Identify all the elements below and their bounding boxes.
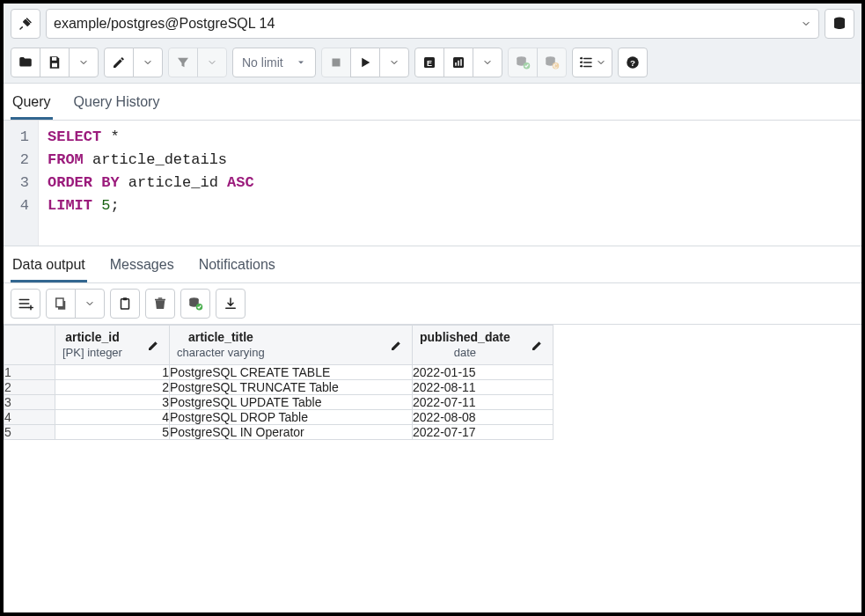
table-row[interactable]: 33PostgreSQL UPDATE Table2022-07-11 bbox=[4, 395, 553, 410]
row-limit-label: No limit bbox=[242, 55, 283, 70]
edit-dropdown-button[interactable] bbox=[133, 48, 163, 77]
stop-button[interactable] bbox=[321, 48, 351, 77]
cell-article-title[interactable]: PostgreSQL TRUNCATE Table bbox=[170, 380, 413, 395]
pencil-icon bbox=[111, 55, 127, 70]
keyword: ORDER BY bbox=[48, 174, 120, 191]
commit-button[interactable] bbox=[508, 48, 538, 77]
row-limit-selector[interactable]: No limit bbox=[232, 48, 316, 77]
delete-button[interactable] bbox=[145, 289, 175, 319]
data-grid[interactable]: article_id [PK] integer article_title c bbox=[4, 325, 861, 440]
code-body[interactable]: SELECT *FROM article_detailsORDER BY art… bbox=[39, 121, 861, 246]
pencil-icon[interactable] bbox=[146, 337, 162, 353]
cell-article-title[interactable]: PostgreSQL CREATE TABLE bbox=[170, 365, 413, 380]
table-row[interactable]: 44PostgreSQL DROP Table2022-08-08 bbox=[4, 410, 553, 425]
editor-area: Query Query History 1 2 3 4 SELECT *FROM… bbox=[4, 83, 861, 246]
help-icon: ? bbox=[625, 55, 641, 70]
cell-article-id[interactable]: 3 bbox=[55, 395, 170, 410]
connection-selector[interactable]: example/postgres@PostgreSQL 14 bbox=[46, 9, 819, 39]
row-number[interactable]: 3 bbox=[4, 395, 55, 410]
download-button[interactable] bbox=[216, 289, 246, 319]
plug-icon bbox=[18, 16, 33, 32]
cell-published-date[interactable]: 2022-07-17 bbox=[413, 425, 553, 440]
keyword: FROM bbox=[48, 151, 84, 168]
save-dropdown-button[interactable] bbox=[69, 48, 99, 77]
tab-data-output[interactable]: Data output bbox=[11, 252, 87, 282]
explain-dropdown-button[interactable] bbox=[473, 48, 502, 77]
line-number: 1 bbox=[9, 126, 29, 149]
cell-published-date[interactable]: 2022-08-08 bbox=[413, 410, 553, 425]
column-header[interactable]: published_date date bbox=[413, 326, 553, 365]
open-file-button[interactable] bbox=[11, 48, 40, 77]
header-row: article_id [PK] integer article_title c bbox=[4, 326, 553, 365]
rollback-button[interactable] bbox=[537, 48, 567, 77]
row-number[interactable]: 4 bbox=[4, 410, 55, 425]
main-toolbar: No limit bbox=[4, 44, 861, 83]
save-data-button[interactable] bbox=[180, 289, 210, 319]
database-check-icon bbox=[515, 55, 531, 70]
cell-article-id[interactable]: 2 bbox=[55, 380, 170, 395]
column-header[interactable]: article_id [PK] integer bbox=[55, 326, 170, 365]
connection-bar: example/postgres@PostgreSQL 14 bbox=[4, 4, 861, 44]
cell-article-id[interactable]: 4 bbox=[55, 410, 170, 425]
column-type: [PK] integer bbox=[62, 345, 122, 361]
code-text: ; bbox=[110, 197, 119, 214]
cell-article-title[interactable]: PostgreSQL DROP Table bbox=[170, 410, 413, 425]
help-button[interactable]: ? bbox=[618, 48, 648, 77]
tab-query-history[interactable]: Query History bbox=[72, 89, 162, 120]
execute-button[interactable] bbox=[350, 48, 380, 77]
cell-article-id[interactable]: 1 bbox=[55, 365, 170, 380]
connection-icon-button[interactable] bbox=[11, 9, 40, 39]
column-name: article_id bbox=[62, 329, 122, 345]
table-row[interactable]: 55PostgreSQL IN Operator2022-07-17 bbox=[4, 425, 553, 440]
svg-rect-21 bbox=[158, 297, 163, 299]
corner-cell bbox=[4, 326, 55, 365]
explain-button[interactable]: E bbox=[414, 48, 444, 77]
keyword: ASC bbox=[227, 174, 254, 191]
cell-article-title[interactable]: PostgreSQL UPDATE Table bbox=[170, 395, 413, 410]
funnel-icon bbox=[175, 55, 191, 70]
pencil-icon[interactable] bbox=[389, 337, 405, 353]
copy-icon bbox=[53, 296, 69, 312]
macros-button[interactable] bbox=[572, 48, 612, 77]
explain-icon: E bbox=[422, 55, 437, 70]
svg-text:?: ? bbox=[630, 58, 635, 68]
column-header[interactable]: article_title character varying bbox=[170, 326, 413, 365]
add-row-button[interactable] bbox=[11, 289, 40, 319]
play-icon bbox=[357, 55, 373, 70]
row-number[interactable]: 1 bbox=[4, 365, 55, 380]
copy-dropdown-button[interactable] bbox=[75, 289, 105, 319]
cell-published-date[interactable]: 2022-08-11 bbox=[413, 380, 553, 395]
column-name: article_title bbox=[177, 329, 265, 345]
row-number[interactable]: 5 bbox=[4, 425, 55, 440]
cell-article-id[interactable]: 5 bbox=[55, 425, 170, 440]
filter-dropdown-button[interactable] bbox=[197, 48, 227, 77]
execute-dropdown-button[interactable] bbox=[379, 48, 409, 77]
server-connect-button[interactable] bbox=[825, 9, 854, 39]
sql-editor[interactable]: 1 2 3 4 SELECT *FROM article_detailsORDE… bbox=[4, 121, 861, 246]
filter-button[interactable] bbox=[168, 48, 198, 77]
row-number[interactable]: 2 bbox=[4, 380, 55, 395]
paste-button[interactable] bbox=[110, 289, 140, 319]
table-row[interactable]: 11PostgreSQL CREATE TABLE2022-01-15 bbox=[4, 365, 553, 380]
edit-button[interactable] bbox=[104, 48, 134, 77]
cell-published-date[interactable]: 2022-01-15 bbox=[413, 365, 553, 380]
copy-button[interactable] bbox=[46, 289, 76, 319]
keyword: LIMIT bbox=[48, 197, 92, 214]
svg-rect-18 bbox=[121, 299, 129, 309]
list-check-icon bbox=[578, 55, 594, 70]
explain-analyze-button[interactable] bbox=[443, 48, 473, 77]
svg-rect-3 bbox=[332, 59, 340, 67]
tab-notifications[interactable]: Notifications bbox=[197, 252, 277, 282]
tab-query[interactable]: Query bbox=[11, 89, 53, 120]
pencil-icon[interactable] bbox=[530, 337, 546, 353]
rows-plus-icon bbox=[18, 296, 33, 312]
save-button[interactable] bbox=[40, 48, 70, 77]
chevron-down-icon bbox=[84, 298, 95, 309]
tab-messages[interactable]: Messages bbox=[108, 252, 176, 282]
cell-published-date[interactable]: 2022-07-11 bbox=[413, 395, 553, 410]
table-row[interactable]: 22PostgreSQL TRUNCATE Table2022-08-11 bbox=[4, 380, 553, 395]
chevron-down-icon bbox=[143, 57, 153, 68]
cell-article-title[interactable]: PostgreSQL IN Operator bbox=[170, 425, 413, 440]
chevron-down-icon bbox=[78, 57, 89, 68]
chevron-down-icon bbox=[207, 57, 217, 68]
